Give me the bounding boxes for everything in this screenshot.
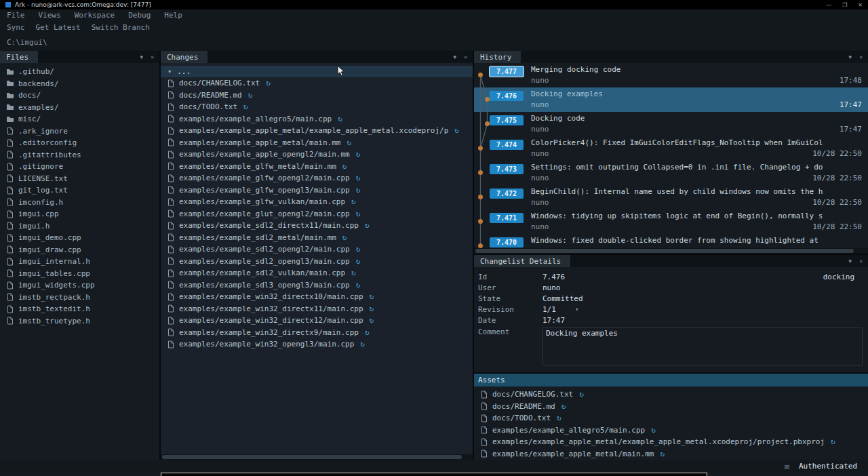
- file-tree-item[interactable]: imgui_widgets.cpp: [0, 279, 159, 292]
- history-row[interactable]: 7.475 Docking code nuno 17:47: [474, 112, 868, 136]
- history-row[interactable]: 7.476 Docking examples nuno 17:47: [474, 87, 868, 112]
- menu-item[interactable]: File: [7, 11, 25, 20]
- changed-file-row[interactable]: examples/example_allegro5/main.cpp ↻: [161, 113, 473, 125]
- history-row[interactable]: 7.474 ColorPicker4(): Fixed ImGuiColorEd…: [474, 136, 868, 161]
- filter-icon[interactable]: ▼: [140, 54, 143, 60]
- close-icon[interactable]: ✕: [151, 54, 154, 60]
- file-tree-item[interactable]: imstb_rectpack.h: [0, 292, 159, 304]
- dropdown-arrow-icon[interactable]: ▾: [575, 306, 578, 313]
- checked-out-status-icon: ↻: [454, 126, 459, 135]
- file-tree-item[interactable]: git_log.txt: [0, 184, 159, 197]
- revision-badge[interactable]: 7.477: [490, 66, 524, 77]
- close-icon[interactable]: ✕: [464, 54, 467, 60]
- asset-file-row[interactable]: examples/example_apple_metal/main.mm ↻: [474, 448, 868, 460]
- asset-file-row[interactable]: examples/example_apple_metal/example_app…: [474, 436, 868, 448]
- changed-file-row[interactable]: examples/example_apple_metal/main.mm ↻: [161, 137, 473, 149]
- revision-badge[interactable]: 7.476: [490, 91, 524, 101]
- changed-file-row[interactable]: examples/example_apple_opengl2/main.mm ↻: [161, 148, 473, 161]
- changed-file-row[interactable]: examples/example_win32_opengl3/main.cpp …: [161, 338, 473, 351]
- file-tree-item[interactable]: imconfig.h: [0, 197, 159, 209]
- scrollbar-thumb[interactable]: [475, 249, 854, 253]
- history-row[interactable]: 7.470 Windows: fixed double-clicked bord…: [474, 234, 868, 248]
- revision-badge[interactable]: 7.475: [490, 115, 524, 125]
- changed-file-row[interactable]: examples/example_glfw_metal/main.mm ↻: [161, 161, 473, 173]
- toolbar-button[interactable]: Sync: [7, 23, 25, 32]
- file-tree-item[interactable]: .gitattributes: [0, 149, 159, 161]
- changed-file-row[interactable]: examples/example_win32_directx10/main.cp…: [161, 291, 473, 303]
- changed-file-row[interactable]: examples/example_sdl2_metal/main.mm ↻: [161, 232, 473, 244]
- minimize-button[interactable]: —: [826, 2, 831, 8]
- toolbar-button[interactable]: Get Latest: [36, 23, 81, 32]
- file-tree-item[interactable]: docs/: [0, 90, 159, 102]
- asset-file-row[interactable]: examples/example_allegro5/main.cpp ↻: [474, 424, 868, 437]
- changed-file-row[interactable]: examples/example_sdl2_vulkan/main.cpp ↻: [161, 267, 473, 279]
- expander-icon[interactable]: ▼: [168, 69, 171, 75]
- file-icon: [5, 281, 14, 290]
- asset-file-row[interactable]: docs/TODO.txt ↻: [474, 412, 868, 424]
- file-tree-item[interactable]: imstb_textedit.h: [0, 303, 159, 315]
- filter-icon[interactable]: ▼: [453, 54, 456, 60]
- asset-file-path: examples/example_apple_metal/example_app…: [492, 437, 825, 446]
- close-icon[interactable]: ✕: [859, 258, 863, 264]
- maximize-button[interactable]: ❐: [842, 2, 847, 8]
- changelist-root-row[interactable]: ▼ ...: [161, 66, 473, 77]
- changed-file-row[interactable]: examples/example_glut_opengl2/main.cpp ↻: [161, 208, 473, 220]
- changed-file-row[interactable]: examples/example_sdl2_directx11/main.cpp…: [161, 220, 473, 232]
- history-row[interactable]: 7.471 Windows: tidying up skipitems logi…: [474, 210, 868, 234]
- asset-file-row[interactable]: docs/README.md ↻: [474, 401, 868, 413]
- changed-file-row[interactable]: examples/example_win32_directx11/main.cp…: [161, 303, 473, 315]
- scrollbar-thumb[interactable]: [162, 455, 462, 459]
- changed-file-row[interactable]: examples/example_win32_directx9/main.cpp…: [161, 327, 473, 339]
- changed-file-row[interactable]: examples/example_glfw_opengl3/main.cpp ↻: [161, 184, 473, 197]
- changed-file-row[interactable]: docs/CHANGELOG.txt ↻: [161, 77, 473, 90]
- filter-icon[interactable]: ▼: [848, 54, 852, 60]
- history-row[interactable]: 7.472 BeginChild(): Internal name used b…: [474, 185, 868, 210]
- filter-icon[interactable]: ▼: [848, 258, 852, 264]
- file-tree-item[interactable]: imstb_truetype.h: [0, 315, 159, 328]
- asset-file-row[interactable]: docs/CHANGELOG.txt ↻: [474, 389, 868, 401]
- file-tree-item[interactable]: .ark_ignore: [0, 125, 159, 138]
- revision-badge[interactable]: 7.473: [490, 164, 524, 174]
- file-tree-item[interactable]: .github/: [0, 66, 159, 78]
- file-tree-item[interactable]: LICENSE.txt: [0, 173, 159, 185]
- file-tree-item[interactable]: .editorconfig: [0, 137, 159, 149]
- menu-item[interactable]: Help: [164, 11, 182, 20]
- file-tree-item[interactable]: examples/: [0, 102, 159, 114]
- changed-file-row[interactable]: examples/example_glfw_opengl2/main.cpp ↻: [161, 172, 473, 184]
- revision-badge[interactable]: 7.472: [490, 189, 524, 199]
- menu-item[interactable]: Debug: [128, 11, 151, 20]
- changed-file-row[interactable]: docs/TODO.txt ↻: [161, 101, 473, 113]
- history-row[interactable]: 7.477 Merging docking code nuno 17:48: [474, 63, 868, 87]
- close-icon[interactable]: ✕: [859, 54, 863, 60]
- menu-item[interactable]: Views: [39, 11, 61, 20]
- changed-file-row[interactable]: docs/README.md ↻: [161, 90, 473, 102]
- file-tree-item[interactable]: .gitignore: [0, 161, 159, 173]
- revision-badge[interactable]: 7.471: [490, 213, 524, 223]
- commit-time: 17:47: [840, 100, 862, 109]
- history-row[interactable]: 7.473 Settings: omit outputing Collapsed…: [474, 161, 868, 185]
- changed-file-row[interactable]: examples/example_sdl2_opengl3/main.cpp ↻: [161, 256, 473, 268]
- menu-item[interactable]: Workspace: [75, 11, 115, 20]
- changed-file-row[interactable]: examples/example_win32_directx12/main.cp…: [161, 315, 473, 327]
- file-tree-item[interactable]: imgui_internal.h: [0, 256, 159, 268]
- file-tree-item[interactable]: imgui.h: [0, 220, 159, 233]
- file-tree-item[interactable]: imgui_draw.cpp: [0, 244, 159, 256]
- file-tree-item[interactable]: backends/: [0, 78, 159, 90]
- changed-file-row[interactable]: examples/example_apple_metal/example_app…: [161, 125, 473, 137]
- close-button[interactable]: ✕: [858, 2, 863, 8]
- toolbar-button[interactable]: Switch Branch: [92, 23, 150, 32]
- comment-box[interactable]: Docking examples: [542, 328, 863, 365]
- file-tree-item[interactable]: misc/: [0, 113, 159, 125]
- file-tree-item[interactable]: imgui.cpp: [0, 208, 159, 220]
- changes-horizontal-scrollbar[interactable]: [161, 454, 473, 460]
- assets-section-header[interactable]: Assets: [474, 374, 868, 386]
- revision-badge[interactable]: 7.474: [490, 140, 524, 150]
- revision-badge[interactable]: 7.470: [490, 237, 524, 247]
- file-tree-item[interactable]: imgui_tables.cpp: [0, 268, 159, 280]
- history-horizontal-scrollbar[interactable]: [474, 248, 868, 254]
- file-tree-item[interactable]: imgui_demo.cpp: [0, 232, 159, 244]
- changed-file-row[interactable]: examples/example_sdl2_opengl2/main.cpp ↻: [161, 243, 473, 256]
- changed-file-row[interactable]: examples/example_glfw_vulkan/main.cpp ↻: [161, 196, 473, 208]
- changed-file-row[interactable]: examples/example_sdl3_opengl3/main.cpp ↻: [161, 279, 473, 292]
- checked-out-status-icon: ↻: [356, 174, 361, 182]
